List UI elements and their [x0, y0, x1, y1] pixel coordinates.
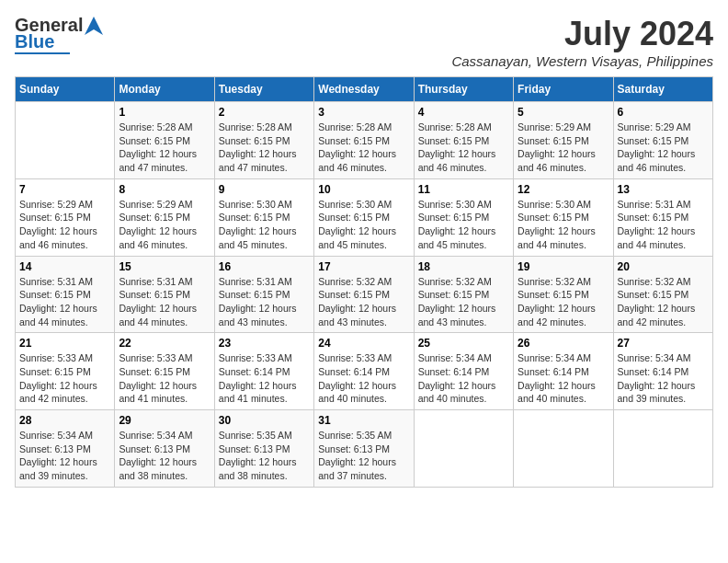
calendar-cell: 3Sunrise: 5:28 AM Sunset: 6:15 PM Daylig…: [314, 102, 414, 179]
logo-underline: [15, 52, 70, 54]
day-number: 30: [219, 414, 310, 427]
day-info: Sunrise: 5:28 AM Sunset: 6:15 PM Dayligh…: [219, 121, 310, 175]
day-number: 28: [19, 414, 110, 427]
day-number: 22: [119, 337, 210, 350]
calendar-cell: 13Sunrise: 5:31 AM Sunset: 6:15 PM Dayli…: [613, 178, 712, 256]
calendar-cell: 9Sunrise: 5:30 AM Sunset: 6:15 PM Daylig…: [214, 178, 313, 256]
day-number: 12: [518, 183, 609, 196]
calendar-cell: 5Sunrise: 5:29 AM Sunset: 6:15 PM Daylig…: [514, 102, 613, 179]
calendar-cell: 1Sunrise: 5:28 AM Sunset: 6:15 PM Daylig…: [115, 102, 214, 179]
calendar-cell: 2Sunrise: 5:28 AM Sunset: 6:15 PM Daylig…: [214, 102, 313, 179]
calendar-cell: 6Sunrise: 5:29 AM Sunset: 6:15 PM Daylig…: [613, 102, 712, 179]
calendar-cell: 7Sunrise: 5:29 AM Sunset: 6:15 PM Daylig…: [16, 178, 115, 256]
calendar-week-row: 14Sunrise: 5:31 AM Sunset: 6:15 PM Dayli…: [16, 256, 713, 333]
location-subtitle: Cassanayan, Western Visayas, Philippines: [451, 53, 713, 69]
day-number: 4: [418, 106, 509, 119]
day-number: 20: [618, 260, 709, 273]
day-info: Sunrise: 5:32 AM Sunset: 6:15 PM Dayligh…: [618, 275, 709, 329]
day-info: Sunrise: 5:31 AM Sunset: 6:15 PM Dayligh…: [219, 275, 310, 329]
day-number: 18: [418, 260, 509, 273]
day-number: 7: [19, 183, 110, 196]
calendar-cell: [16, 102, 115, 179]
day-number: 26: [518, 337, 609, 350]
calendar-cell: [613, 410, 712, 488]
day-number: 31: [318, 414, 409, 427]
day-number: 29: [119, 414, 210, 427]
day-info: Sunrise: 5:34 AM Sunset: 6:14 PM Dayligh…: [518, 351, 609, 406]
day-number: 5: [518, 106, 609, 119]
day-info: Sunrise: 5:35 AM Sunset: 6:13 PM Dayligh…: [318, 429, 409, 483]
calendar-week-row: 7Sunrise: 5:29 AM Sunset: 6:15 PM Daylig…: [16, 178, 713, 256]
day-number: 17: [318, 260, 409, 273]
column-header-thursday: Thursday: [414, 77, 513, 102]
calendar-table: SundayMondayTuesdayWednesdayThursdayFrid…: [15, 76, 713, 488]
day-number: 27: [618, 337, 709, 350]
calendar-cell: 4Sunrise: 5:28 AM Sunset: 6:15 PM Daylig…: [414, 102, 513, 179]
column-header-tuesday: Tuesday: [214, 77, 313, 102]
day-info: Sunrise: 5:31 AM Sunset: 6:15 PM Dayligh…: [19, 275, 110, 329]
calendar-cell: 12Sunrise: 5:30 AM Sunset: 6:15 PM Dayli…: [514, 178, 613, 256]
day-number: 9: [219, 183, 310, 196]
day-info: Sunrise: 5:33 AM Sunset: 6:15 PM Dayligh…: [19, 351, 110, 406]
day-number: 8: [119, 183, 210, 196]
calendar-cell: 26Sunrise: 5:34 AM Sunset: 6:14 PM Dayli…: [514, 333, 613, 410]
title-area: July 2024 Cassanayan, Western Visayas, P…: [451, 15, 713, 69]
calendar-cell: 22Sunrise: 5:33 AM Sunset: 6:15 PM Dayli…: [115, 333, 214, 410]
column-header-saturday: Saturday: [613, 77, 712, 102]
day-info: Sunrise: 5:29 AM Sunset: 6:15 PM Dayligh…: [119, 198, 210, 252]
calendar-cell: 10Sunrise: 5:30 AM Sunset: 6:15 PM Dayli…: [314, 178, 414, 256]
calendar-week-row: 1Sunrise: 5:28 AM Sunset: 6:15 PM Daylig…: [16, 102, 713, 179]
day-info: Sunrise: 5:30 AM Sunset: 6:15 PM Dayligh…: [318, 198, 409, 252]
day-info: Sunrise: 5:33 AM Sunset: 6:14 PM Dayligh…: [219, 351, 310, 406]
day-number: 11: [418, 183, 509, 196]
calendar-cell: 28Sunrise: 5:34 AM Sunset: 6:13 PM Dayli…: [16, 410, 115, 488]
svg-marker-0: [85, 17, 103, 35]
calendar-cell: 27Sunrise: 5:34 AM Sunset: 6:14 PM Dayli…: [613, 333, 712, 410]
day-info: Sunrise: 5:32 AM Sunset: 6:15 PM Dayligh…: [418, 275, 509, 329]
calendar-cell: 29Sunrise: 5:34 AM Sunset: 6:13 PM Dayli…: [115, 410, 214, 488]
day-number: 6: [618, 106, 709, 119]
day-number: 24: [318, 337, 409, 350]
calendar-cell: [514, 410, 613, 488]
column-header-monday: Monday: [115, 77, 214, 102]
calendar-cell: 19Sunrise: 5:32 AM Sunset: 6:15 PM Dayli…: [514, 256, 613, 333]
day-number: 21: [19, 337, 110, 350]
calendar-header-row: SundayMondayTuesdayWednesdayThursdayFrid…: [16, 77, 713, 102]
day-info: Sunrise: 5:34 AM Sunset: 6:13 PM Dayligh…: [119, 429, 210, 483]
calendar-cell: 23Sunrise: 5:33 AM Sunset: 6:14 PM Dayli…: [214, 333, 313, 410]
calendar-week-row: 21Sunrise: 5:33 AM Sunset: 6:15 PM Dayli…: [16, 333, 713, 410]
calendar-cell: 8Sunrise: 5:29 AM Sunset: 6:15 PM Daylig…: [115, 178, 214, 256]
page-header: General Blue July 2024 Cassanayan, Weste…: [15, 15, 713, 69]
day-info: Sunrise: 5:30 AM Sunset: 6:15 PM Dayligh…: [518, 198, 609, 252]
day-info: Sunrise: 5:30 AM Sunset: 6:15 PM Dayligh…: [219, 198, 310, 252]
day-info: Sunrise: 5:31 AM Sunset: 6:15 PM Dayligh…: [618, 198, 709, 252]
day-info: Sunrise: 5:28 AM Sunset: 6:15 PM Dayligh…: [318, 121, 409, 175]
calendar-cell: 15Sunrise: 5:31 AM Sunset: 6:15 PM Dayli…: [115, 256, 214, 333]
calendar-week-row: 28Sunrise: 5:34 AM Sunset: 6:13 PM Dayli…: [16, 410, 713, 488]
day-number: 14: [19, 260, 110, 273]
day-number: 3: [318, 106, 409, 119]
day-info: Sunrise: 5:34 AM Sunset: 6:14 PM Dayligh…: [618, 351, 709, 406]
calendar-cell: 17Sunrise: 5:32 AM Sunset: 6:15 PM Dayli…: [314, 256, 414, 333]
day-info: Sunrise: 5:30 AM Sunset: 6:15 PM Dayligh…: [418, 198, 509, 252]
logo: General Blue: [15, 15, 103, 54]
calendar-cell: 11Sunrise: 5:30 AM Sunset: 6:15 PM Dayli…: [414, 178, 513, 256]
day-info: Sunrise: 5:31 AM Sunset: 6:15 PM Dayligh…: [119, 275, 210, 329]
day-info: Sunrise: 5:32 AM Sunset: 6:15 PM Dayligh…: [318, 275, 409, 329]
day-number: 16: [219, 260, 310, 273]
day-info: Sunrise: 5:33 AM Sunset: 6:15 PM Dayligh…: [119, 351, 210, 406]
day-number: 15: [119, 260, 210, 273]
day-info: Sunrise: 5:28 AM Sunset: 6:15 PM Dayligh…: [119, 121, 210, 175]
calendar-cell: 21Sunrise: 5:33 AM Sunset: 6:15 PM Dayli…: [16, 333, 115, 410]
calendar-cell: 31Sunrise: 5:35 AM Sunset: 6:13 PM Dayli…: [314, 410, 414, 488]
calendar-cell: 24Sunrise: 5:33 AM Sunset: 6:14 PM Dayli…: [314, 333, 414, 410]
day-number: 19: [518, 260, 609, 273]
day-number: 1: [119, 106, 210, 119]
day-info: Sunrise: 5:29 AM Sunset: 6:15 PM Dayligh…: [19, 198, 110, 252]
column-header-friday: Friday: [514, 77, 613, 102]
month-year-title: July 2024: [451, 15, 713, 53]
day-info: Sunrise: 5:34 AM Sunset: 6:14 PM Dayligh…: [418, 351, 509, 406]
calendar-cell: 18Sunrise: 5:32 AM Sunset: 6:15 PM Dayli…: [414, 256, 513, 333]
logo-blue: Blue: [15, 32, 54, 51]
day-info: Sunrise: 5:29 AM Sunset: 6:15 PM Dayligh…: [618, 121, 709, 175]
